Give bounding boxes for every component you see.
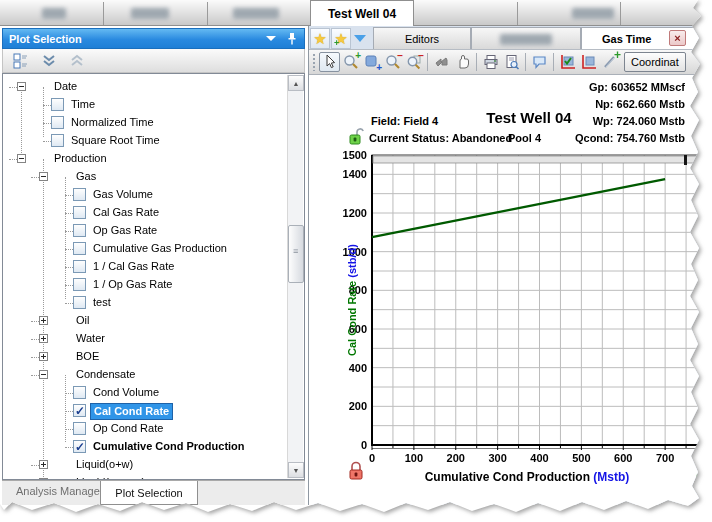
tree-item-label[interactable]: Cumulative Cond Production [90,439,248,454]
tab-gas-time[interactable]: Gas Time × [581,27,709,49]
move-tool-button[interactable] [431,52,452,72]
tree-item[interactable]: Gas Volume [3,186,286,204]
tree-item[interactable]: Liquid(o+w) [3,456,286,474]
zoom-out-button[interactable]: − [382,52,403,72]
tree-item[interactable]: Cond Volume [3,384,286,402]
tree-checkbox[interactable] [73,206,86,219]
tree-item-label[interactable]: Condensate [73,367,138,382]
expand-icon[interactable] [39,460,48,469]
tree-item[interactable]: Op Gas Rate [3,222,286,240]
tree-checkbox[interactable]: ✓ [73,404,86,417]
add-favorite-button[interactable]: ★+ [331,28,351,49]
close-tab-button[interactable]: × [669,30,686,46]
pin-icon[interactable] [286,32,298,46]
expand-icon[interactable] [39,352,48,361]
tree-item-label[interactable]: Cond Volume [90,385,162,400]
tree-item[interactable]: Production [3,150,286,168]
tree-item[interactable]: Gas [3,168,286,186]
tree-item[interactable]: Cal Gas Rate [3,204,286,222]
print-button[interactable] [480,52,501,72]
tree-item[interactable]: Oil [3,312,286,330]
tree-checkbox[interactable] [73,386,86,399]
tree-item-label[interactable]: 1 / Cal Gas Rate [90,259,177,274]
zoom-in-button[interactable]: + [340,52,361,72]
tree-item-label[interactable]: Oil [73,313,92,328]
tree-checkbox[interactable] [51,98,64,111]
tree-checkbox[interactable] [73,242,86,255]
collapse-icon[interactable] [17,82,26,91]
double-chevron-down-icon[interactable] [41,53,57,69]
expand-icon[interactable] [39,334,48,343]
scroll-up-button[interactable]: ▲ [288,75,304,91]
scroll-down-button[interactable]: ▼ [288,462,304,478]
add-line-button[interactable]: + [599,52,620,72]
chart-area[interactable]: Gp: 603652 MMscf Np: 662.660 Mstb Wp: 72… [309,75,712,505]
tree-checkbox[interactable] [51,116,64,129]
collapse-icon[interactable] [39,172,48,181]
tree-item[interactable]: ✓Cumulative Cond Production [3,438,286,456]
tree-checkbox[interactable]: ✓ [73,440,86,453]
tree-checkbox[interactable] [73,224,86,237]
tree-checkbox[interactable] [51,134,64,147]
tree-item-label[interactable]: Square Root Time [68,133,163,148]
tree-item[interactable]: Water [3,330,286,348]
favorite-star-button[interactable]: ★ [310,28,330,49]
tab-plot-selection[interactable]: Plot Selection [100,481,198,505]
toolbar-grip[interactable] [312,53,316,71]
redacted-tab[interactable] [42,8,66,19]
y-axis-unlock-icon[interactable] [347,127,365,147]
pan-hand-button[interactable] [452,52,473,72]
tree-item-label[interactable]: Cumulative Gas Production [90,241,230,256]
zoom-previous-button[interactable]: − [403,52,424,72]
menu-dropdown-icon[interactable] [266,36,276,41]
tab-test-well-04[interactable]: Test Well 04 [310,0,414,26]
collapse-icon[interactable] [39,370,48,379]
tree-item-label[interactable]: test [90,295,114,310]
tree-item-label[interactable]: Cal Gas Rate [90,205,162,220]
redacted-tab[interactable] [131,8,169,19]
redacted-tab[interactable] [572,8,614,19]
tree-item-label[interactable]: Time [68,97,98,112]
plot-options-button[interactable] [557,52,578,72]
favorites-dropdown[interactable] [351,28,369,49]
expand-icon[interactable] [39,316,48,325]
redacted-tab[interactable] [471,27,581,49]
axes-properties-button[interactable] [578,52,599,72]
tree-item[interactable]: Time [3,96,286,114]
tree-checkbox[interactable] [73,260,86,273]
tree-item-label[interactable]: Cal Cond Rate [90,403,173,420]
tree-item-label[interactable]: Date [51,79,80,94]
x-axis-lock-icon[interactable] [347,461,365,481]
tree-checkbox[interactable] [73,188,86,201]
annotation-button[interactable] [529,52,550,72]
tree-checkbox[interactable] [73,296,86,309]
tree-item-label[interactable]: Liquid(o+w) [73,457,136,472]
tree-item[interactable]: test [3,294,286,312]
tree-item[interactable]: ✓Cal Cond Rate [3,402,286,420]
tree-item[interactable]: Date [3,78,286,96]
tree-checkbox[interactable] [73,278,86,291]
tree-item-label[interactable]: BOE [73,349,102,364]
tree-item[interactable]: Square Root Time [3,132,286,150]
collapse-icon[interactable] [17,154,26,163]
pointer-tool-button[interactable] [319,52,340,72]
tree-item[interactable]: BOE [3,348,286,366]
scroll-thumb[interactable] [288,225,304,283]
tab-analysis-manager[interactable]: Analysis Manager [16,485,103,497]
checkbox-list-icon[interactable] [13,53,29,69]
tree-scrollbar[interactable]: ▲ ▼ [287,75,303,478]
tree-item-label[interactable]: 1 / Op Gas Rate [90,277,175,292]
tree-item-label[interactable]: Op Cond Rate [90,421,166,436]
tree-item-label[interactable]: Gas [73,169,99,184]
tree-item-label[interactable]: Production [51,151,110,166]
tree-item[interactable]: Cumulative Gas Production [3,240,286,258]
tab-editors[interactable]: Editors [373,27,471,49]
tree-item-label[interactable]: Op Gas Rate [90,223,160,238]
redacted-tab[interactable] [233,8,279,19]
double-chevron-up-icon[interactable] [69,53,85,69]
tree-item[interactable]: Normalized Time [3,114,286,132]
plot-selection-tree[interactable]: DateTimeNormalized TimeSquare Root TimeP… [2,73,305,480]
tree-item[interactable]: Op Cond Rate [3,420,286,438]
print-preview-button[interactable] [501,52,522,72]
zoom-window-button[interactable]: + [361,52,382,72]
